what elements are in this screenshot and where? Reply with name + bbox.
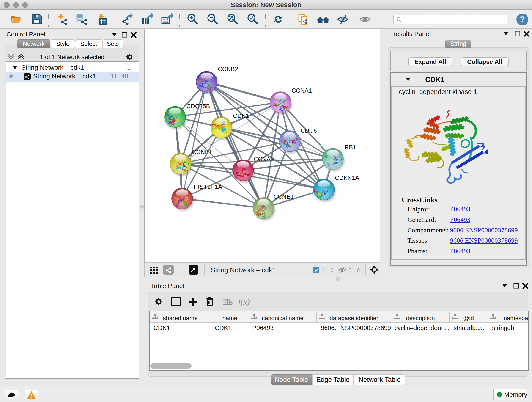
- svg-text:CCNB2: CCNB2: [218, 65, 238, 72]
- svg-text:CCNA1: CCNA1: [292, 87, 312, 94]
- svg-text:CDKN1A: CDKN1A: [335, 174, 359, 181]
- svg-text:CDC6: CDC6: [301, 127, 317, 134]
- svg-text:CCNB1: CCNB1: [192, 148, 212, 155]
- svg-text:HIST1H1A: HIST1H1A: [194, 183, 222, 190]
- svg-text:CDC25B: CDC25B: [186, 103, 210, 109]
- svg-text:CCNE1: CCNE1: [273, 193, 294, 200]
- svg-text:CDK1: CDK1: [233, 112, 249, 119]
- svg-text:CCNA2: CCNA2: [254, 156, 274, 162]
- svg-text:RB1: RB1: [345, 144, 356, 151]
